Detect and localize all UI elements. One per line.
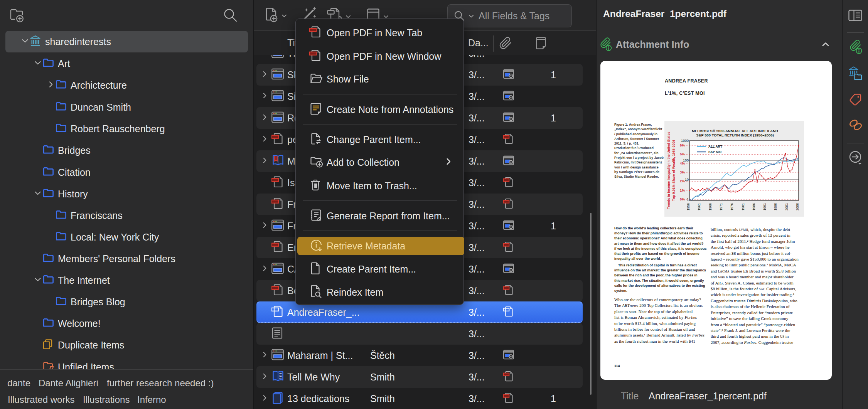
svg-text:1000: 1000 xyxy=(681,139,689,143)
svg-text:1956: 1956 xyxy=(686,203,690,210)
svg-text:Top 0.01% Share of Wealth, 195: Top 0.01% Share of Wealth, 1956-2006 xyxy=(672,140,676,201)
svg-text:1986: 1986 xyxy=(752,203,756,210)
svg-text:0%: 0% xyxy=(680,197,685,201)
svg-text:1: 1 xyxy=(687,197,689,201)
svg-text:10: 10 xyxy=(685,178,689,182)
svg-text:1996: 1996 xyxy=(774,203,777,210)
svg-text:S&P 500: S&P 500 xyxy=(708,150,721,154)
svg-text:2%: 2% xyxy=(680,179,685,183)
svg-text:1966: 1966 xyxy=(708,203,712,210)
svg-text:S&P 500 TOTAL RETURN INDEX (19: S&P 500 TOTAL RETURN INDEX (1956–2006) xyxy=(696,133,774,137)
svg-text:2006: 2006 xyxy=(796,203,799,210)
svg-text:MEI MOSES® 2006 ANNUAL ALL ART: MEI MOSES® 2006 ANNUAL ALL ART INDEX AND xyxy=(692,129,778,133)
svg-text:3%: 3% xyxy=(680,170,685,174)
svg-text:1991: 1991 xyxy=(763,203,767,210)
svg-text:1981: 1981 xyxy=(741,203,745,210)
svg-text:1976: 1976 xyxy=(730,203,734,210)
svg-text:1971: 1971 xyxy=(719,203,723,210)
svg-text:Trends in Income Inequality in: Trends in Income Inequality in the Unite… xyxy=(667,132,671,209)
svg-text:5%: 5% xyxy=(680,152,685,156)
svg-text:1961: 1961 xyxy=(697,203,701,210)
svg-text:6%: 6% xyxy=(680,143,685,147)
svg-text:ALL ART: ALL ART xyxy=(708,145,723,148)
svg-text:100: 100 xyxy=(683,158,689,162)
svg-text:1%: 1% xyxy=(680,189,685,192)
svg-text:2001: 2001 xyxy=(785,203,789,210)
